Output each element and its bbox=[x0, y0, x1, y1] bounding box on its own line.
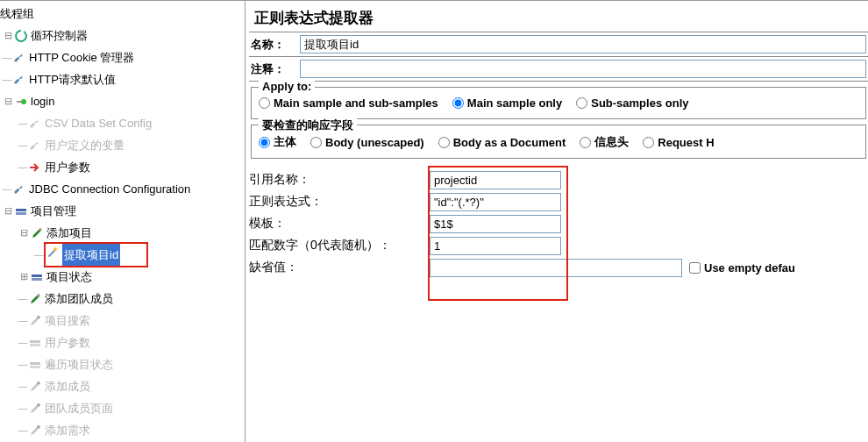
wrench-icon bbox=[12, 73, 26, 87]
expand-icon[interactable]: ⊞ bbox=[18, 266, 30, 288]
collapse-icon[interactable]: ⊟ bbox=[2, 200, 14, 222]
tree-item-label: JDBC Connection Configuration bbox=[29, 178, 190, 200]
tree-item-label: HTTP请求默认值 bbox=[29, 68, 116, 90]
tree-item[interactable]: —团队成员页面 bbox=[0, 397, 245, 419]
svg-rect-2 bbox=[16, 212, 26, 215]
use-empty-checkbox[interactable] bbox=[689, 262, 701, 274]
regex-input[interactable] bbox=[430, 193, 561, 211]
collapse-icon[interactable]: ⊟ bbox=[2, 90, 14, 112]
match-num-input[interactable] bbox=[430, 237, 561, 255]
tree-leaf-dash: — bbox=[18, 134, 28, 156]
collapse-icon[interactable]: ⊟ bbox=[18, 222, 30, 244]
apply-to-group: Apply to: Main sample and sub-samplesMai… bbox=[251, 87, 866, 119]
tree-item[interactable]: —用户定义的变量 bbox=[0, 134, 245, 156]
tree-item-label: 添加团队成员 bbox=[45, 288, 113, 310]
tree-item-label: 添加成员 bbox=[45, 375, 90, 397]
apply-to-option[interactable]: Main sample only bbox=[452, 96, 562, 110]
use-empty-label: Use empty defau bbox=[704, 261, 795, 274]
svg-rect-1 bbox=[16, 209, 26, 211]
tree-leaf-dash: — bbox=[2, 68, 12, 90]
response-field-option[interactable]: 信息头 bbox=[580, 134, 629, 150]
response-field-label: Body (unescaped) bbox=[325, 136, 424, 149]
apply-to-radio[interactable] bbox=[259, 97, 270, 109]
tree-item-label: login bbox=[31, 90, 54, 112]
response-field-option[interactable]: Body as a Document bbox=[438, 136, 566, 149]
tree-item[interactable]: —添加成员 bbox=[0, 375, 245, 397]
pencil-icon bbox=[28, 380, 42, 394]
apply-to-radio[interactable] bbox=[452, 97, 464, 109]
ref-name-input[interactable] bbox=[430, 171, 561, 189]
tree-item[interactable]: —遍历项目状态 bbox=[0, 353, 245, 375]
tree-item[interactable]: —添加团队成员 bbox=[0, 288, 245, 310]
tree-item-label: 用户参数 bbox=[45, 332, 90, 353]
response-field-label: 主体 bbox=[274, 134, 296, 150]
response-field-option[interactable]: 主体 bbox=[259, 134, 296, 150]
tree-item[interactable]: —项目搜索 bbox=[0, 310, 245, 332]
response-field-radio[interactable] bbox=[438, 137, 450, 148]
tree-item-label: 添加项目 bbox=[46, 222, 92, 244]
pencil-icon bbox=[28, 424, 42, 438]
response-field-option[interactable]: Body (unescaped) bbox=[310, 136, 424, 149]
tree-root-label: 线程组 bbox=[0, 3, 34, 25]
tree-leaf-dash: — bbox=[18, 375, 28, 397]
name-input[interactable] bbox=[300, 35, 866, 53]
response-field-radio[interactable] bbox=[310, 137, 322, 148]
svg-rect-4 bbox=[32, 274, 42, 277]
comment-row: 注释： bbox=[249, 57, 868, 82]
extractor-fields: 引用名称： 正则表达式： 模板： 匹配数字（0代表随机）： 缺省值： Us bbox=[249, 168, 795, 281]
tree-item[interactable]: ⊟循环控制器 bbox=[0, 25, 245, 46]
tree-leaf-dash: — bbox=[18, 112, 28, 134]
pencil-icon bbox=[28, 402, 42, 416]
tree-item[interactable]: —用户参数 bbox=[0, 332, 245, 353]
response-field-label: 信息头 bbox=[594, 134, 629, 150]
response-field-radio[interactable] bbox=[643, 137, 654, 148]
apply-to-option[interactable]: Main sample and sub-samples bbox=[259, 96, 438, 110]
apply-to-option[interactable]: Sub-samples only bbox=[576, 96, 688, 110]
comment-label: 注释： bbox=[251, 61, 300, 77]
svg-rect-11 bbox=[30, 366, 40, 368]
tree-item[interactable]: ⊟login bbox=[0, 90, 245, 112]
tree-item[interactable]: —HTTP请求默认值 bbox=[0, 68, 245, 90]
wrench-icon bbox=[12, 182, 26, 196]
tree-item-label: 用户参数 bbox=[45, 156, 90, 178]
editor-panel: 正则表达式提取器 名称： 注释： Apply to: Main sample a… bbox=[245, 1, 868, 442]
tree-item-label: 用户定义的变量 bbox=[45, 134, 125, 156]
tree-item[interactable]: —提取项目id bbox=[0, 244, 245, 266]
highlight-box-tree: 提取项目id bbox=[44, 242, 148, 267]
response-field-option[interactable]: Request H bbox=[643, 136, 714, 149]
template-input[interactable] bbox=[430, 215, 561, 233]
apply-to-radio[interactable] bbox=[576, 97, 587, 109]
wrench-icon bbox=[28, 139, 42, 153]
tree-item-label: 遍历项目状态 bbox=[45, 353, 113, 375]
tree-item[interactable]: —JDBC Connection Configuration bbox=[0, 178, 245, 200]
template-label: 模板： bbox=[249, 216, 430, 232]
arrow-red-icon bbox=[28, 160, 42, 175]
response-field-radio[interactable] bbox=[580, 137, 591, 148]
panel-title: 正则表达式提取器 bbox=[249, 4, 868, 32]
pencil-icon bbox=[30, 226, 44, 240]
tree-leaf-dash: — bbox=[33, 244, 44, 266]
tree-item[interactable]: ⊞项目状态 bbox=[0, 266, 245, 288]
svg-rect-8 bbox=[30, 340, 40, 343]
default-input[interactable] bbox=[430, 259, 682, 277]
tree-item[interactable]: —HTTP Cookie 管理器 bbox=[0, 46, 245, 68]
tree-item[interactable]: —添加需求 bbox=[0, 419, 245, 441]
tree-item-label: 添加需求 bbox=[45, 419, 90, 441]
response-field-label: Body as a Document bbox=[453, 136, 566, 149]
tree-root[interactable]: 线程组 bbox=[0, 3, 245, 25]
wrench-icon bbox=[12, 51, 26, 65]
use-empty-checkbox-row[interactable]: Use empty defau bbox=[689, 261, 795, 274]
tree-item[interactable]: ⊟添加项目 bbox=[0, 222, 245, 244]
tree-item[interactable]: ⊟项目管理 bbox=[0, 200, 245, 222]
collapse-icon[interactable]: ⊟ bbox=[2, 25, 14, 46]
tree-item[interactable]: —CSV Data Set Config bbox=[0, 112, 245, 134]
response-field-radio[interactable] bbox=[259, 137, 270, 148]
tree-panel: 线程组 ⊟循环控制器—HTTP Cookie 管理器—HTTP请求默认值⊟log… bbox=[0, 1, 245, 442]
apply-to-label: Main sample only bbox=[467, 96, 562, 110]
tree-item[interactable]: —用户参数 bbox=[0, 156, 245, 178]
ref-name-label: 引用名称： bbox=[249, 172, 430, 188]
tree-leaf-dash: — bbox=[18, 397, 28, 419]
stack-icon bbox=[30, 270, 44, 284]
tree-leaf-dash: — bbox=[2, 178, 12, 200]
comment-input[interactable] bbox=[300, 60, 866, 78]
